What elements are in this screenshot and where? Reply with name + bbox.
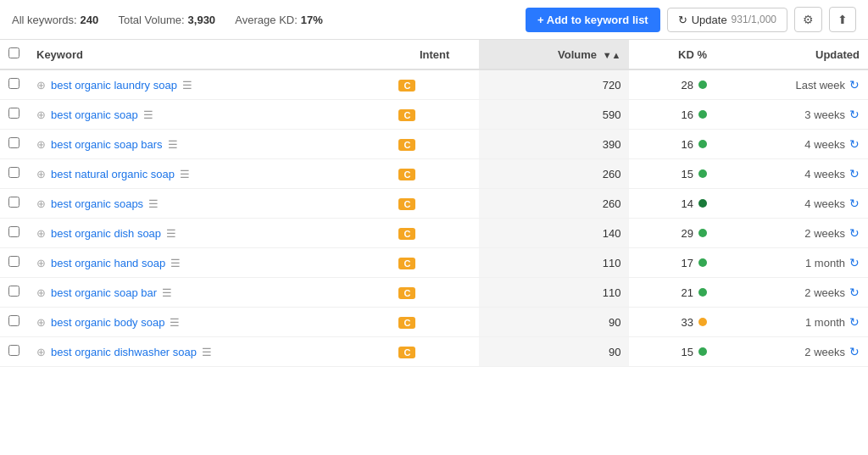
intent-cell: C: [390, 100, 478, 130]
keyword-link[interactable]: best organic body soap: [51, 316, 164, 329]
intent-cell: C: [390, 69, 478, 100]
row-checkbox[interactable]: [8, 226, 19, 237]
add-keyword-icon[interactable]: ⊕: [36, 197, 46, 210]
serp-icon[interactable]: ☰: [162, 286, 172, 299]
serp-icon[interactable]: ☰: [182, 79, 192, 92]
refresh-icon[interactable]: ↻: [849, 315, 860, 329]
kd-dot: [698, 80, 707, 89]
table-row: ⊕ best organic soap bar ☰ C 110 21 2 wee…: [0, 278, 868, 308]
row-checkbox-cell[interactable]: [0, 159, 28, 189]
table-row: ⊕ best organic body soap ☰ C 90 33 1 mon…: [0, 308, 868, 337]
keyword-link[interactable]: best organic soap: [51, 108, 138, 121]
keywords-table: Keyword Intent Volume ▼▲ KD % Updated ⊕: [0, 40, 868, 367]
updated-cell: 3 weeks ↻: [715, 100, 868, 130]
keyword-link[interactable]: best organic soaps: [51, 197, 143, 210]
add-keyword-icon[interactable]: ⊕: [36, 346, 46, 358]
row-checkbox[interactable]: [8, 286, 19, 297]
row-checkbox-cell[interactable]: [0, 69, 28, 100]
serp-icon[interactable]: ☰: [170, 257, 181, 269]
table-row: ⊕ best organic laundry soap ☰ C 720 28 L…: [0, 69, 868, 100]
keyword-link[interactable]: best organic soap bars: [51, 138, 163, 151]
row-checkbox-cell[interactable]: [0, 308, 28, 337]
updated-cell: 2 weeks ↻: [715, 219, 868, 248]
serp-icon[interactable]: ☰: [170, 316, 180, 329]
row-checkbox-cell[interactable]: [0, 100, 28, 130]
row-checkbox[interactable]: [8, 345, 19, 356]
refresh-icon[interactable]: ↻: [849, 197, 860, 210]
row-checkbox-cell[interactable]: [0, 248, 28, 278]
row-checkbox[interactable]: [8, 167, 19, 178]
refresh-icon[interactable]: ↻: [849, 108, 860, 121]
total-volume-label: Total Volume:: [119, 14, 185, 26]
settings-button[interactable]: ⚙: [794, 7, 822, 32]
refresh-icon[interactable]: ↻: [849, 167, 860, 180]
keyword-cell: ⊕ best organic soap ☰: [28, 100, 390, 130]
keyword-link[interactable]: best organic dish soap: [51, 227, 161, 240]
serp-icon[interactable]: ☰: [180, 168, 190, 180]
serp-icon[interactable]: ☰: [143, 108, 153, 121]
serp-icon[interactable]: ☰: [148, 197, 159, 210]
add-keyword-icon[interactable]: ⊕: [36, 316, 46, 329]
row-checkbox[interactable]: [8, 315, 19, 326]
kd-cell: 21: [629, 278, 715, 308]
refresh-icon[interactable]: ↻: [849, 137, 860, 151]
add-keyword-icon[interactable]: ⊕: [36, 257, 46, 269]
keyword-link[interactable]: best organic dishwasher soap: [51, 346, 197, 358]
volume-cell: 110: [479, 278, 630, 308]
refresh-icon[interactable]: ↻: [849, 256, 860, 269]
refresh-icon[interactable]: ↻: [849, 78, 860, 92]
add-to-keyword-list-button[interactable]: + Add to keyword list: [526, 8, 660, 32]
row-checkbox-cell[interactable]: [0, 130, 28, 159]
update-label: Update: [692, 14, 727, 26]
updated-text: 2 weeks: [804, 227, 845, 240]
keyword-link[interactable]: best organic laundry soap: [51, 79, 177, 92]
row-checkbox-cell[interactable]: [0, 278, 28, 308]
row-checkbox[interactable]: [8, 137, 19, 148]
row-checkbox-cell[interactable]: [0, 189, 28, 219]
row-checkbox[interactable]: [8, 108, 19, 119]
update-button[interactable]: ↻ Update 931/1,000: [667, 8, 787, 32]
serp-icon[interactable]: ☰: [202, 346, 212, 358]
kd-dot: [698, 347, 707, 356]
add-keyword-icon[interactable]: ⊕: [36, 79, 46, 92]
volume-cell: 390: [479, 130, 630, 159]
refresh-icon[interactable]: ↻: [849, 345, 860, 358]
updated-text: 1 month: [805, 257, 845, 269]
add-keyword-icon[interactable]: ⊕: [36, 227, 46, 240]
kd-cell: 17: [629, 248, 715, 278]
add-keyword-icon[interactable]: ⊕: [36, 108, 46, 121]
kd-value: 28: [682, 79, 693, 92]
row-checkbox-cell[interactable]: [0, 337, 28, 367]
keyword-cell: ⊕ best organic dishwasher soap ☰: [28, 337, 390, 367]
keyword-link[interactable]: best organic soap bar: [51, 286, 157, 299]
keyword-link[interactable]: best natural organic soap: [51, 168, 175, 180]
updated-cell: 2 weeks ↻: [715, 278, 868, 308]
toolbar-stats: All keywords: 240 Total Volume: 3,930 Av…: [12, 14, 512, 26]
export-button[interactable]: ⬆: [829, 7, 856, 32]
kd-value: 15: [682, 346, 693, 358]
updated-cell: 2 weeks ↻: [715, 337, 868, 367]
toolbar: All keywords: 240 Total Volume: 3,930 Av…: [0, 0, 868, 40]
updated-text: 4 weeks: [804, 138, 845, 151]
keyword-link[interactable]: best organic hand soap: [51, 257, 165, 269]
row-checkbox[interactable]: [8, 256, 19, 267]
toolbar-actions: + Add to keyword list ↻ Update 931/1,000…: [526, 7, 856, 32]
add-keyword-icon[interactable]: ⊕: [36, 286, 46, 299]
select-all-col[interactable]: [0, 40, 28, 69]
serp-icon[interactable]: ☰: [166, 227, 176, 240]
refresh-icon[interactable]: ↻: [849, 226, 860, 240]
add-keyword-icon[interactable]: ⊕: [36, 138, 46, 151]
refresh-icon[interactable]: ↻: [849, 286, 860, 299]
add-keyword-icon[interactable]: ⊕: [36, 168, 46, 180]
volume-col-header[interactable]: Volume ▼▲: [479, 40, 630, 69]
row-checkbox-cell[interactable]: [0, 219, 28, 248]
kd-cell: 28: [629, 69, 715, 100]
kd-cell: 33: [629, 308, 715, 337]
serp-icon[interactable]: ☰: [168, 138, 178, 151]
row-checkbox[interactable]: [8, 197, 19, 208]
volume-cell: 90: [479, 308, 630, 337]
kd-value: 33: [682, 316, 693, 329]
row-checkbox[interactable]: [8, 78, 19, 89]
sort-icon: ▼▲: [603, 50, 621, 60]
select-all-checkbox[interactable]: [8, 47, 19, 58]
